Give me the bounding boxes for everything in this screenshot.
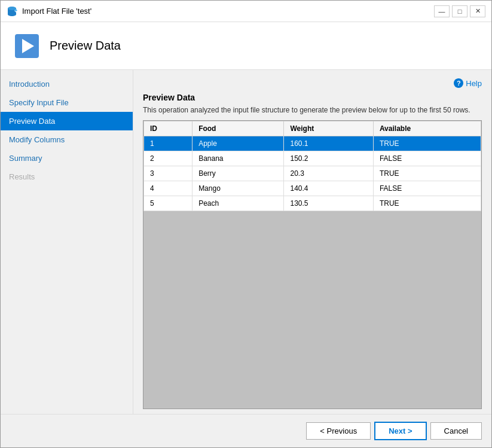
cell-id-1: 2 xyxy=(144,151,192,166)
sidebar-item-preview-data[interactable]: Preview Data xyxy=(1,112,133,130)
preview-table: ID Food Weight Available 1Apple160.1TRUE… xyxy=(143,121,481,211)
cell-available-4: TRUE xyxy=(373,196,481,211)
sidebar-item-specify-input-file[interactable]: Specify Input File xyxy=(1,93,133,112)
sidebar-item-results: Results xyxy=(1,167,133,186)
header-icon xyxy=(13,32,41,60)
cell-weight-3: 140.4 xyxy=(284,181,373,196)
col-header-food: Food xyxy=(192,121,284,136)
header-title: Preview Data xyxy=(50,39,121,53)
table-row[interactable]: 4Mango140.4FALSE xyxy=(144,181,481,196)
cell-weight-2: 20.3 xyxy=(284,166,373,181)
main-window: Import Flat File 'test' — □ ✕ Preview Da… xyxy=(0,0,492,448)
cell-available-2: TRUE xyxy=(373,166,481,181)
maximize-button[interactable]: □ xyxy=(452,5,467,17)
app-icon xyxy=(7,6,17,17)
cell-food-2: Berry xyxy=(192,166,284,181)
close-button[interactable]: ✕ xyxy=(470,5,485,17)
footer: < Previous Next > Cancel xyxy=(1,414,491,447)
title-bar: Import Flat File 'test' — □ ✕ xyxy=(1,1,491,22)
main-content: ? Help Preview Data This operation analy… xyxy=(133,70,491,414)
cell-id-3: 4 xyxy=(144,181,192,196)
sidebar-item-summary[interactable]: Summary xyxy=(1,149,133,167)
table-row[interactable]: 2Banana150.2FALSE xyxy=(144,151,481,166)
table-row[interactable]: 3Berry20.3TRUE xyxy=(144,166,481,181)
cell-available-3: FALSE xyxy=(373,181,481,196)
content-area: Introduction Specify Input File Preview … xyxy=(1,70,491,414)
cancel-button[interactable]: Cancel xyxy=(430,422,482,440)
window-title: Import Flat File 'test' xyxy=(22,7,434,16)
cell-food-1: Banana xyxy=(192,151,284,166)
table-header-row: ID Food Weight Available xyxy=(144,121,481,136)
col-header-available: Available xyxy=(373,121,481,136)
sidebar-item-introduction[interactable]: Introduction xyxy=(1,75,133,93)
sidebar-item-modify-columns[interactable]: Modify Columns xyxy=(1,130,133,149)
cell-food-4: Peach xyxy=(192,196,284,211)
table-container: ID Food Weight Available 1Apple160.1TRUE… xyxy=(143,120,482,409)
cell-weight-4: 130.5 xyxy=(284,196,373,211)
table-row[interactable]: 5Peach130.5TRUE xyxy=(144,196,481,211)
cell-food-0: Apple xyxy=(192,136,284,151)
header: Preview Data xyxy=(1,22,491,70)
minimize-button[interactable]: — xyxy=(434,5,450,17)
help-icon: ? xyxy=(454,78,463,88)
col-header-weight: Weight xyxy=(284,121,373,136)
help-button[interactable]: ? Help xyxy=(454,78,482,88)
next-button[interactable]: Next > xyxy=(374,422,426,440)
col-header-id: ID xyxy=(144,121,192,136)
cell-id-4: 5 xyxy=(144,196,192,211)
cell-weight-0: 160.1 xyxy=(284,136,373,151)
sidebar: Introduction Specify Input File Preview … xyxy=(1,70,133,414)
cell-available-1: FALSE xyxy=(373,151,481,166)
table-row[interactable]: 1Apple160.1TRUE xyxy=(144,136,481,151)
window-controls: — □ ✕ xyxy=(434,5,485,17)
table-body: 1Apple160.1TRUE2Banana150.2FALSE3Berry20… xyxy=(144,136,481,211)
help-area: ? Help xyxy=(143,78,482,88)
cell-weight-1: 150.2 xyxy=(284,151,373,166)
help-label: Help xyxy=(466,79,482,88)
previous-button[interactable]: < Previous xyxy=(306,422,371,440)
cell-available-0: TRUE xyxy=(373,136,481,151)
cell-id-2: 3 xyxy=(144,166,192,181)
section-desc: This operation analyzed the input file s… xyxy=(143,106,482,114)
cell-id-0: 1 xyxy=(144,136,192,151)
cell-food-3: Mango xyxy=(192,181,284,196)
section-title: Preview Data xyxy=(143,93,482,102)
